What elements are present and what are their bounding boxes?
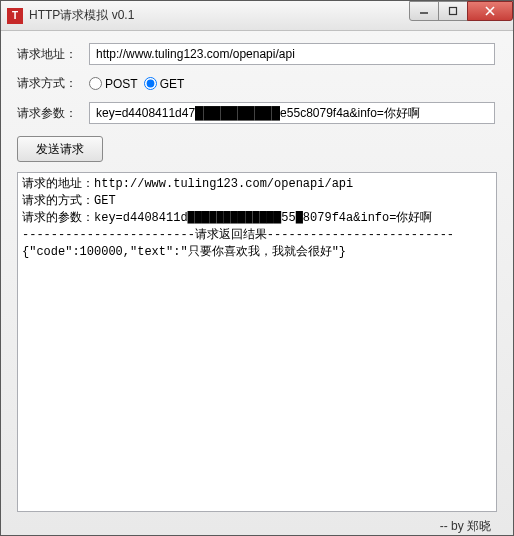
app-icon: T: [7, 8, 23, 24]
maximize-button[interactable]: [438, 1, 468, 21]
row-params: 请求参数：: [9, 102, 505, 124]
radio-get-text: GET: [160, 77, 185, 91]
radio-post-text: POST: [105, 77, 138, 91]
output-line-url: 请求的地址：http://www.tuling123.com/openapi/a…: [22, 177, 353, 191]
send-button[interactable]: 发送请求: [17, 136, 103, 162]
radio-post[interactable]: [89, 77, 102, 90]
method-radio-group: POST GET: [89, 77, 184, 91]
params-input[interactable]: [89, 102, 495, 124]
output-response: {"code":100000,"text":"只要你喜欢我，我就会很好"}: [22, 245, 346, 259]
url-input[interactable]: [89, 43, 495, 65]
minimize-button[interactable]: [409, 1, 439, 21]
window-controls: [410, 1, 513, 21]
radio-get[interactable]: [144, 77, 157, 90]
radio-post-label[interactable]: POST: [89, 77, 138, 91]
url-label: 请求地址：: [9, 46, 89, 63]
output-line-method: 请求的方式：GET: [22, 194, 116, 208]
row-url: 请求地址：: [9, 43, 505, 65]
svg-rect-1: [450, 8, 457, 15]
client-area: 请求地址： 请求方式： POST GET 请求参数： 发送请求 请求的地址：ht…: [1, 31, 513, 536]
app-window: T HTTP请求模拟 v0.1 请求地址： 请求方式： POST: [0, 0, 514, 536]
method-label: 请求方式：: [9, 75, 89, 92]
radio-get-label[interactable]: GET: [144, 77, 185, 91]
footer-credit: -- by 郑晓: [9, 512, 505, 535]
titlebar[interactable]: T HTTP请求模拟 v0.1: [1, 1, 513, 31]
row-method: 请求方式： POST GET: [9, 75, 505, 92]
output-line-params: 请求的参数：key=d4408411d█████████████55█8079f…: [22, 211, 432, 225]
output-textarea[interactable]: 请求的地址：http://www.tuling123.com/openapi/a…: [17, 172, 497, 512]
window-title: HTTP请求模拟 v0.1: [29, 7, 410, 24]
output-divider: ------------------------请求返回结果----------…: [22, 228, 454, 242]
params-label: 请求参数：: [9, 105, 89, 122]
close-button[interactable]: [467, 1, 513, 21]
